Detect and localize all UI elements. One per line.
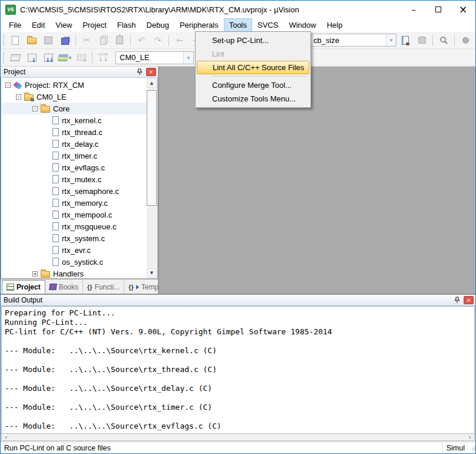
tree-item-rtx-delay[interactable]: rtx_delay.c (2, 138, 147, 150)
navigate-back-button[interactable]: ← (172, 33, 187, 47)
tree-item-os-systick[interactable]: os_systick.c (2, 256, 147, 268)
build-output-panel: Build Output × Preparing for PC-Lint... … (1, 294, 475, 442)
tree-item-rtx-kernel[interactable]: rtx_kernel.c (2, 114, 147, 126)
menu-item-customize-tools-menu[interactable]: Customize Tools Menu... (196, 92, 310, 106)
tree-item-rtx-evflags[interactable]: rtx_evflags.c (2, 162, 147, 173)
find-in-files-button[interactable] (398, 33, 413, 47)
paste-button[interactable] (112, 33, 127, 47)
chevron-down-icon[interactable]: ▾ (386, 34, 396, 46)
menu-flash[interactable]: Flash (112, 18, 141, 32)
save-all-button[interactable] (57, 33, 72, 47)
close-icon: × (459, 4, 467, 15)
undo-button[interactable]: ↶ (134, 33, 149, 47)
build-output-text[interactable]: Preparing for PC-Lint... Running PC-Lint… (1, 306, 475, 433)
tree-item-rtx-mempool[interactable]: rtx_mempool.c (2, 209, 147, 221)
menu-file[interactable]: File (4, 18, 27, 32)
scroll-right-icon[interactable]: › (469, 434, 471, 440)
collapse-icon[interactable]: - (16, 94, 21, 100)
scroll-up-icon[interactable]: ▲ (147, 78, 157, 88)
close-panel-button[interactable]: × (146, 68, 156, 76)
tree-item-rtx-evr[interactable]: rtx_evr.c (2, 244, 147, 256)
batch-build-button[interactable]: ▾ (57, 51, 72, 65)
build-output-hscrollbar[interactable]: ‹ › (1, 433, 475, 441)
build-icon (28, 54, 37, 62)
tree-item-rtx-thread[interactable]: rtx_thread.c (2, 126, 147, 138)
scrollbar-thumb[interactable] (147, 90, 157, 206)
tree-item-rtx-system[interactable]: rtx_system.c (2, 232, 147, 244)
scrollbar-track[interactable] (147, 88, 157, 268)
menu-svcs[interactable]: SVCS (252, 18, 283, 32)
close-button[interactable]: × (451, 1, 475, 18)
pin-panel-button[interactable] (135, 68, 144, 77)
uvision-logo-icon: V5 (5, 5, 16, 15)
menu-tools[interactable]: Tools (224, 18, 252, 32)
chevron-down-icon[interactable]: ▾ (183, 52, 193, 64)
folder-closed-icon (41, 271, 50, 278)
save-button[interactable] (41, 33, 56, 47)
translate-button[interactable] (8, 51, 23, 65)
paste-icon (116, 36, 123, 44)
cut-button[interactable]: ✂ (79, 33, 94, 47)
maximize-button[interactable] (426, 1, 451, 18)
tree-item-label: Project: RTX_CM (25, 81, 84, 90)
redo-button[interactable]: ↷ (150, 33, 166, 47)
file-icon (52, 210, 59, 219)
close-icon: × (149, 69, 153, 75)
close-panel-button[interactable]: × (464, 296, 474, 304)
collapse-icon[interactable]: - (32, 106, 38, 111)
scroll-left-icon[interactable]: ‹ (5, 434, 7, 440)
expand-icon[interactable]: + (32, 271, 38, 277)
tree-item-rtx-memory[interactable]: rtx_memory.c (2, 197, 147, 209)
menu-debug[interactable]: Debug (141, 18, 174, 32)
tree-item-rtx-msgqueue[interactable]: rtx_msgqueue.c (2, 221, 147, 232)
save-all-icon (61, 38, 69, 45)
open-file-button[interactable] (24, 33, 39, 47)
tab-project[interactable]: Project (2, 280, 45, 294)
scroll-down-icon[interactable]: ▼ (147, 268, 157, 278)
breakpoint-icon (462, 37, 469, 44)
copy-button[interactable] (95, 33, 111, 47)
dropdown-arrow-icon[interactable]: ▾ (69, 55, 72, 61)
copy-icon (100, 37, 106, 45)
run-to-cursor-button[interactable] (414, 33, 429, 47)
tree-item-cm0-le[interactable]: - CM0_LE (2, 91, 147, 103)
search-combobox[interactable]: cb_size ▾ (309, 34, 396, 47)
project-icon (14, 81, 22, 89)
search-button[interactable] (436, 33, 451, 47)
tree-item-handlers[interactable]: + Handlers (2, 268, 147, 279)
menu-item-lint-all-sources[interactable]: Lint All C/C++ Source Files (197, 61, 309, 74)
tree-item-rtx-mutex[interactable]: rtx_mutex.c (2, 173, 147, 185)
new-file-button[interactable] (8, 33, 23, 47)
rebuild-button[interactable] (41, 51, 56, 65)
build-button[interactable] (24, 51, 39, 65)
find-in-files-icon (402, 36, 409, 45)
menu-edit[interactable]: Edit (27, 18, 50, 32)
menu-item-setup-pc-lint[interactable]: Set-up PC-Lint... (196, 34, 310, 47)
menu-window[interactable]: Window (283, 18, 321, 32)
breakpoint-button[interactable] (458, 33, 473, 47)
status-bar: Run PC-Lint on all C source files Simul (1, 442, 475, 453)
file-icon (52, 258, 59, 266)
status-bar-right: Simul (442, 442, 473, 453)
tree-item-core[interactable]: - Core (2, 103, 147, 114)
menu-peripherals[interactable]: Peripherals (174, 18, 224, 32)
tree-item-project-rtx-cm[interactable]: - Project: RTX_CM (2, 79, 147, 91)
stop-build-button[interactable] (74, 51, 89, 65)
collapse-icon[interactable]: - (5, 83, 11, 88)
menu-view[interactable]: View (50, 18, 77, 32)
target-select-combobox[interactable]: CM0_LE ▾ (115, 51, 194, 64)
minimize-button[interactable]: – (401, 1, 426, 18)
resize-grip-icon[interactable] (471, 449, 472, 450)
tree-vertical-scrollbar[interactable]: ▲ ▼ (147, 78, 157, 278)
menu-help[interactable]: Help (322, 18, 348, 32)
tree-item-label: rtx_memory.c (62, 199, 108, 208)
tab-books[interactable]: Books (45, 280, 82, 294)
project-panel: Project × - Project: RTX_CM - (1, 67, 158, 294)
menu-item-configure-merge-tool[interactable]: Configure Merge Tool... (196, 78, 310, 92)
tree-item-rtx-semaphore[interactable]: rtx_semaphore.c (2, 185, 147, 197)
pin-panel-button[interactable] (452, 296, 461, 305)
download-button[interactable]: LOAD ↓↓ (95, 51, 111, 65)
tab-functions[interactable]: {} Functi... (82, 280, 124, 294)
tree-item-rtx-timer[interactable]: rtx_timer.c (2, 150, 147, 162)
menu-project[interactable]: Project (77, 18, 111, 32)
